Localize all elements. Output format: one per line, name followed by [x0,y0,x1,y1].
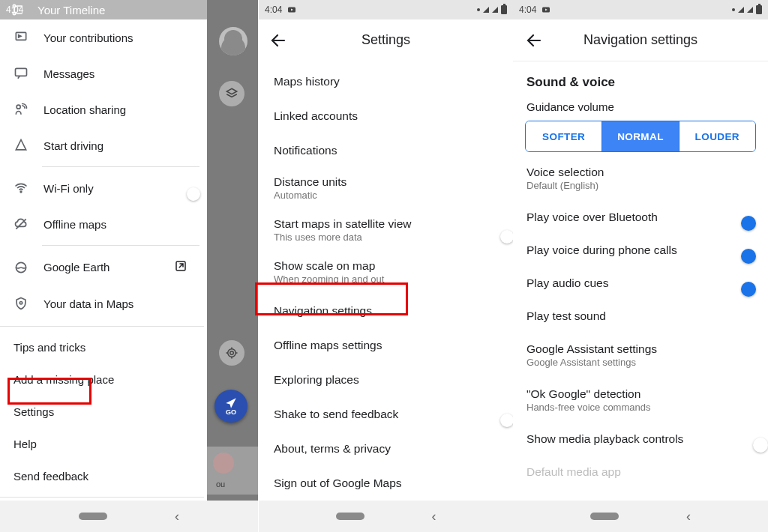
divider [0,326,204,327]
volume-option-softer[interactable]: SOFTER [526,121,602,151]
back-button[interactable] [525,31,543,49]
svg-point-5 [20,191,22,193]
home-pill-icon[interactable] [590,513,619,520]
settings-item-linked-accounts[interactable]: Linked accounts [259,99,513,133]
location-share-icon [14,102,28,117]
android-nav-bar: ‹ [513,501,768,532]
sidebar-item-start-driving[interactable]: Start driving [0,127,204,163]
android-nav-bar: ‹ [259,501,513,532]
volume-option-louder[interactable]: LOUDER [679,121,755,151]
android-nav-bar: ‹ [0,501,258,532]
page-title: Navigation settings [584,32,698,48]
sidebar-item-your-data[interactable]: Your data in Maps [0,285,204,321]
svg-point-1 [13,12,15,14]
sidebar-item-help[interactable]: Help [0,428,204,460]
sidebar-item-contributions[interactable]: Your contributions [0,19,204,55]
message-icon [14,66,28,81]
settings-item-notifications[interactable]: Notifications [259,133,513,168]
settings-item-scale[interactable]: Show scale on map When zooming in and ou… [259,252,513,294]
sidebar-item-messages[interactable]: Messages [0,55,204,91]
sidebar-item-settings[interactable]: Settings [0,396,204,428]
divider [42,245,200,246]
settings-item-distance-units[interactable]: Distance units Automatic [259,168,513,210]
signal-icon [747,7,753,13]
settings-item-shake-feedback[interactable]: Shake to send feedback [259,397,513,432]
peek-label: ou [216,480,225,489]
row-title: Play audio cues [526,276,608,290]
locate-button[interactable] [219,340,244,366]
sidebar-item-wifi-only[interactable]: Wi-Fi only [0,170,204,206]
row-title: Show media playback controls [526,432,683,446]
row-sub: Google Assistant settings [526,357,657,368]
svg-point-9 [230,351,234,355]
row-audio-cues[interactable]: Play audio cues [524,267,758,300]
settings-item-about[interactable]: About, terms & privacy [259,432,513,466]
shield-icon [14,296,28,311]
back-gesture-icon[interactable]: ‹ [432,509,436,525]
sidebar-item-label: Your data in Maps [44,297,134,310]
row-title: Default media app [526,465,621,479]
sidebar-item-label: Start driving [44,139,104,152]
row-assistant-settings[interactable]: Google Assistant settings Google Assista… [524,333,758,378]
row-voice-selection[interactable]: Voice selection Default (English) [524,166,758,201]
row-play-test[interactable]: Play test sound [524,300,758,333]
sidebar-item-google-earth[interactable]: Google Earth [0,249,204,285]
sidebar-item-location-sharing[interactable]: Location sharing [0,91,204,127]
battery-icon [501,5,507,14]
back-gesture-icon[interactable]: ‹ [686,509,691,525]
open-external-icon [174,259,188,275]
youtube-icon [286,5,297,14]
wifi-icon [14,181,28,196]
row-sub: Hands-free voice commands [526,402,650,413]
row-sub: Default (English) [526,180,604,191]
signal-icon [483,7,489,13]
svg-point-8 [20,302,22,304]
signal-icon [738,7,744,13]
header-bar: Settings [259,19,513,61]
row-default-media-app: Default media app [524,456,758,489]
settings-item-satellite[interactable]: Start maps in satellite view This uses m… [259,210,513,252]
sidebar-item-label: Your contributions [44,31,134,44]
flag-icon [14,30,28,45]
avatar[interactable] [219,27,248,55]
page-title: Settings [362,32,410,48]
status-bar: 4:04 [513,0,768,19]
row-ok-google[interactable]: "Ok Google" detection Hands-free voice c… [524,378,758,423]
dot-icon [732,8,735,11]
drawer-screen: 4:04 Your Timeline Your contributions [0,0,258,532]
row-title: Google Assistant settings [526,342,657,355]
row-title: Play voice over Bluetooth [526,211,658,224]
svg-rect-3 [16,68,27,76]
divider [42,166,200,167]
dot-icon [477,8,480,11]
sidebar-item-label: Messages [44,67,94,80]
settings-item-offline-maps[interactable]: Offline maps settings [259,328,513,363]
back-gesture-icon[interactable]: ‹ [175,509,179,525]
home-pill-icon[interactable] [336,513,364,520]
row-voice-bluetooth[interactable]: Play voice over Bluetooth [524,201,758,234]
sidebar-item-tips[interactable]: Tips and tricks [0,331,204,363]
sidebar-item-label: Offline maps [44,218,106,231]
row-voice-phone-calls[interactable]: Play voice during phone calls [524,234,758,267]
sidebar-item-send-feedback[interactable]: Send feedback [0,460,204,492]
row-media-controls[interactable]: Show media playback controls [524,423,758,456]
svg-point-0 [13,4,15,7]
home-pill-icon[interactable] [79,513,107,520]
settings-item-navigation[interactable]: Navigation settings [259,294,513,328]
back-button[interactable] [269,31,287,49]
settings-item-sign-out[interactable]: Sign out of Google Maps [259,466,513,501]
volume-option-normal[interactable]: NORMAL [602,121,678,151]
go-button[interactable]: GO [214,390,248,423]
sidebar-item-offline-maps[interactable]: Offline maps [0,206,204,242]
peek-thumbnail [213,453,234,474]
map-background-strip: GO ou [207,0,258,532]
sidebar-item-add-place[interactable]: Add a missing place [0,363,204,396]
settings-item-exploring[interactable]: Exploring places [259,363,513,397]
header-bar: Navigation settings [513,19,768,61]
sidebar-item-label: Location sharing [44,103,126,116]
drive-icon [14,138,28,153]
status-bar: 4:04 [259,0,513,19]
settings-screen: 4:04 Settings Maps history Linked accoun… [258,0,513,532]
layers-button[interactable] [219,81,244,106]
settings-item-maps-history[interactable]: Maps history [259,64,513,99]
